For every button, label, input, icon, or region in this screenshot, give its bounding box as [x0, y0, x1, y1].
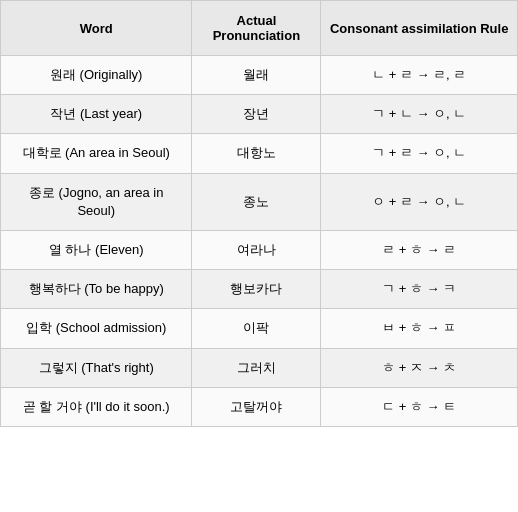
cell-pronunciation: 장년	[192, 95, 321, 134]
table-row: 입학 (School admission)이팍ㅂ + ㅎ → ㅍ	[1, 309, 517, 348]
table-row: 대학로 (An area in Seoul)대항노ㄱ + ㄹ → ㅇ, ㄴ	[1, 134, 517, 173]
main-table-container: Word Actual Pronunciation Consonant assi…	[0, 0, 518, 427]
cell-rule: ㄴ + ㄹ → ㄹ, ㄹ	[321, 56, 517, 95]
table-row: 열 하나 (Eleven)여라나ㄹ + ㅎ → ㄹ	[1, 230, 517, 269]
cell-rule: ㅇ + ㄹ → ㅇ, ㄴ	[321, 173, 517, 230]
cell-rule: ㅎ + ㅈ → ㅊ	[321, 348, 517, 387]
cell-word: 종로 (Jogno, an area in Seoul)	[1, 173, 192, 230]
table-row: 곧 할 거야 (I'll do it soon.)고탈꺼야ㄷ + ㅎ → ㅌ	[1, 387, 517, 426]
cell-word: 대학로 (An area in Seoul)	[1, 134, 192, 173]
cell-rule: ㄱ + ㄹ → ㅇ, ㄴ	[321, 134, 517, 173]
cell-pronunciation: 대항노	[192, 134, 321, 173]
header-word: Word	[1, 1, 192, 56]
cell-word: 그렇지 (That's right)	[1, 348, 192, 387]
cell-rule: ㄷ + ㅎ → ㅌ	[321, 387, 517, 426]
cell-word: 원래 (Originally)	[1, 56, 192, 95]
cell-rule: ㅂ + ㅎ → ㅍ	[321, 309, 517, 348]
cell-rule: ㄱ + ㅎ → ㅋ	[321, 270, 517, 309]
table-row: 그렇지 (That's right)그러치ㅎ + ㅈ → ㅊ	[1, 348, 517, 387]
cell-rule: ㄹ + ㅎ → ㄹ	[321, 230, 517, 269]
cell-pronunciation: 고탈꺼야	[192, 387, 321, 426]
cell-pronunciation: 여라나	[192, 230, 321, 269]
cell-pronunciation: 이팍	[192, 309, 321, 348]
cell-pronunciation: 종노	[192, 173, 321, 230]
header-pronunciation: Actual Pronunciation	[192, 1, 321, 56]
cell-word: 작년 (Last year)	[1, 95, 192, 134]
table-row: 종로 (Jogno, an area in Seoul)종노ㅇ + ㄹ → ㅇ,…	[1, 173, 517, 230]
table-row: 행복하다 (To be happy)행보카다ㄱ + ㅎ → ㅋ	[1, 270, 517, 309]
cell-pronunciation: 그러치	[192, 348, 321, 387]
cell-word: 곧 할 거야 (I'll do it soon.)	[1, 387, 192, 426]
cell-word: 열 하나 (Eleven)	[1, 230, 192, 269]
cell-pronunciation: 월래	[192, 56, 321, 95]
table-row: 작년 (Last year)장년ㄱ + ㄴ → ㅇ, ㄴ	[1, 95, 517, 134]
table-header-row: Word Actual Pronunciation Consonant assi…	[1, 1, 517, 56]
cell-rule: ㄱ + ㄴ → ㅇ, ㄴ	[321, 95, 517, 134]
table-row: 원래 (Originally)월래ㄴ + ㄹ → ㄹ, ㄹ	[1, 56, 517, 95]
cell-pronunciation: 행보카다	[192, 270, 321, 309]
header-rule: Consonant assimilation Rule	[321, 1, 517, 56]
cell-word: 입학 (School admission)	[1, 309, 192, 348]
korean-pronunciation-table: Word Actual Pronunciation Consonant assi…	[1, 1, 517, 426]
cell-word: 행복하다 (To be happy)	[1, 270, 192, 309]
